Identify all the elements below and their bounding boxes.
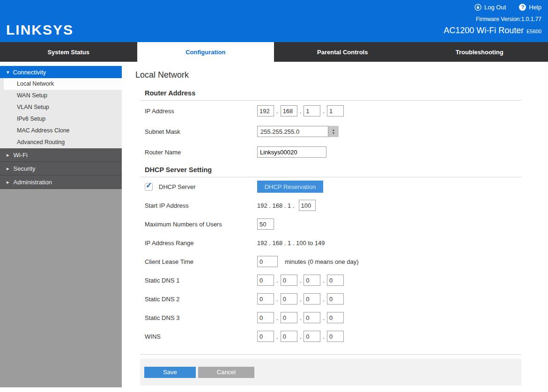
static-dns-3-octet-2[interactable]: [281, 312, 297, 323]
ip-address-row: IP Address . . .: [145, 101, 521, 121]
octet-separator: .: [323, 108, 325, 115]
wins-octet-3[interactable]: [304, 331, 320, 342]
ip-address-octet-3[interactable]: [304, 105, 320, 116]
sidebar-item-wan-setup[interactable]: WAN Setup: [0, 90, 122, 102]
max-users-input[interactable]: [257, 218, 274, 230]
static-dns-1-octet-2[interactable]: [281, 275, 297, 286]
ip-address-octet-4[interactable]: [327, 105, 344, 116]
sidebar-nav: ▾ Connectivity Local Network WAN Setup V…: [0, 62, 122, 392]
page-title: Local Network: [135, 70, 548, 80]
dhcp-server-checkbox[interactable]: ✓: [145, 183, 153, 191]
octet-separator: .: [300, 333, 302, 340]
wins-octet-1[interactable]: [257, 331, 274, 342]
client-lease-label: Client Lease Time: [145, 258, 257, 265]
static-dns-3-octet-1[interactable]: [257, 312, 274, 323]
checkmark-icon: ✓: [146, 181, 152, 190]
client-lease-suffix: minutes (0 means one day): [285, 258, 359, 265]
sidebar-section-security[interactable]: ▸ Security: [0, 162, 122, 175]
client-lease-row: Client Lease Time minutes (0 means one d…: [145, 252, 521, 271]
sidebar-item-advanced-routing[interactable]: Advanced Routing: [0, 137, 122, 148]
main-tabbar: System Status Configuration Parental Con…: [0, 42, 548, 62]
sidebar-item-mac-address-clone[interactable]: MAC Address Clone: [0, 125, 122, 137]
app-header: Log Out ? Help Firmware Version:1.0.1.77…: [0, 0, 548, 42]
wins-label: WINS: [145, 333, 257, 340]
help-link[interactable]: ? Help: [519, 4, 541, 11]
octet-separator: .: [276, 296, 278, 303]
product-model: E5600: [526, 29, 541, 34]
actions-divider: [140, 354, 521, 355]
client-lease-input[interactable]: [257, 256, 278, 267]
ip-range-value: 192 . 168 . 1 . 100 to 149: [257, 240, 325, 247]
ip-address-label: IP Address: [145, 108, 257, 115]
subnet-mask-select[interactable]: 255.255.255.0: [257, 126, 328, 137]
logout-link[interactable]: Log Out: [474, 4, 506, 11]
octet-separator: .: [323, 277, 325, 284]
sidebar-item-ipv6-setup[interactable]: IPv6 Setup: [0, 113, 122, 125]
octet-separator: .: [300, 108, 302, 115]
sidebar-connectivity-items: Local Network WAN Setup VLAN Setup IPv6 …: [0, 78, 122, 148]
sidebar-item-local-network[interactable]: Local Network: [4, 78, 122, 90]
static-dns-1-octet-3[interactable]: [304, 275, 320, 286]
linksys-logo: LINKSYS: [6, 22, 74, 38]
octet-separator: .: [300, 277, 302, 284]
router-name-input[interactable]: [257, 146, 326, 158]
tab-system-status[interactable]: System Status: [0, 42, 137, 62]
sidebar-section-label: Security: [14, 165, 36, 172]
octet-separator: .: [300, 314, 302, 321]
start-ip-label: Start IP Address: [145, 202, 257, 209]
static-dns-2-octet-4[interactable]: [327, 293, 344, 305]
tab-configuration[interactable]: Configuration: [137, 42, 274, 62]
octet-separator: .: [323, 333, 325, 340]
start-ip-prefix: 192 . 168 . 1 .: [257, 202, 295, 209]
help-icon: ?: [519, 4, 526, 11]
static-dns-1-label: Static DNS 1: [145, 277, 257, 284]
max-users-row: Maximum Numbers of Users: [145, 215, 521, 233]
static-dns-3-octet-3[interactable]: [304, 312, 320, 323]
octet-separator: .: [323, 296, 325, 303]
static-dns-3-row: Static DNS 3 . . .: [145, 308, 521, 327]
subnet-mask-spinner[interactable]: ▲ ▼: [328, 126, 339, 137]
tab-parental-controls[interactable]: Parental Controls: [274, 42, 411, 62]
wins-octet-4[interactable]: [327, 331, 344, 342]
static-dns-2-octet-3[interactable]: [304, 293, 320, 305]
start-ip-row: Start IP Address 192 . 168 . 1 .: [145, 196, 521, 215]
actions-bar: Save Cancel: [140, 359, 521, 385]
static-dns-2-row: Static DNS 2 . . .: [145, 290, 521, 308]
router-name-label: Router Name: [145, 149, 257, 156]
wins-octet-2[interactable]: [281, 331, 297, 342]
octet-separator: .: [276, 333, 278, 340]
chevron-down-icon: ▾: [7, 70, 9, 75]
chevron-right-icon: ▸: [7, 180, 9, 185]
static-dns-1-octet-4[interactable]: [327, 275, 344, 286]
sidebar-item-vlan-setup[interactable]: VLAN Setup: [0, 102, 122, 113]
octet-separator: .: [300, 296, 302, 303]
dhcp-reservation-button[interactable]: DHCP Reservation: [257, 181, 323, 193]
sidebar-section-connectivity[interactable]: ▾ Connectivity: [0, 66, 122, 78]
sidebar-filler: [0, 189, 122, 387]
static-dns-3-label: Static DNS 3: [145, 314, 257, 321]
static-dns-1-row: Static DNS 1 . . .: [145, 271, 521, 290]
static-dns-2-octet-2[interactable]: [281, 293, 297, 305]
chevron-right-icon: ▸: [7, 152, 9, 158]
product-name: AC1200 Wi-Fi Router: [444, 26, 524, 35]
sidebar-section-wifi[interactable]: ▸ Wi-Fi: [0, 148, 122, 162]
chevron-right-icon: ▸: [7, 166, 9, 171]
save-button[interactable]: Save: [144, 367, 196, 378]
sidebar-section-label: Administration: [14, 179, 52, 186]
tab-troubleshooting[interactable]: Troubleshooting: [411, 42, 548, 62]
static-dns-1-octet-1[interactable]: [257, 275, 274, 286]
header-links: Log Out ? Help: [474, 4, 541, 11]
ip-address-octet-1[interactable]: [257, 105, 274, 116]
ip-address-octet-2[interactable]: [281, 105, 297, 116]
cancel-button[interactable]: Cancel: [198, 367, 254, 378]
octet-separator: .: [276, 277, 278, 284]
router-address-section: Router Address IP Address . . . Subnet M…: [145, 89, 521, 162]
octet-separator: .: [323, 314, 325, 321]
static-dns-3-octet-4[interactable]: [327, 312, 344, 323]
sidebar-section-label: Connectivity: [13, 69, 46, 76]
static-dns-2-octet-1[interactable]: [257, 293, 274, 305]
dhcp-section-title: DHCP Server Setting: [145, 166, 521, 174]
sidebar-section-administration[interactable]: ▸ Administration: [0, 175, 122, 189]
sidebar-section-label: Wi-Fi: [14, 152, 28, 159]
start-ip-input[interactable]: [299, 200, 316, 211]
